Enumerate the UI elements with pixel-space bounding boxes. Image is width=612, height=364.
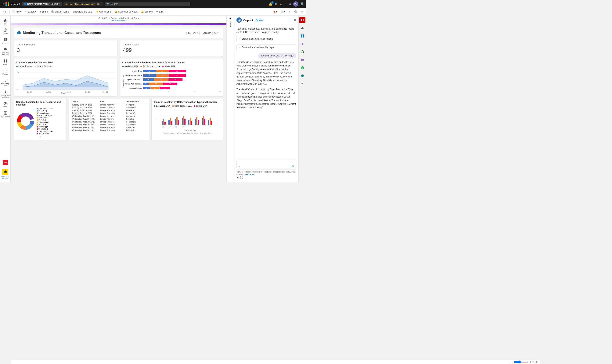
copilot-logo [237, 17, 242, 23]
share-btn[interactable]: ↑ Share [38, 10, 49, 14]
right-icon-teams[interactable] [299, 49, 306, 55]
role-select[interactable]: All ▾ [192, 31, 200, 35]
svg-rect-76 [184, 119, 186, 125]
explore-data-btn[interactable]: ⊞ Explore this data [71, 10, 94, 14]
right-icon-blue[interactable] [299, 33, 306, 39]
report-area: Copilot Pane Summary Skill feedback Form… [11, 15, 226, 182]
download-icon[interactable]: ⬇ [280, 2, 282, 6]
insights-icon: 💡 [96, 10, 99, 13]
avatar[interactable]: PB [293, 1, 298, 7]
right-icon-outlook[interactable] [299, 57, 306, 63]
filter-group: Role All ▾ Location All ▾ [186, 31, 220, 35]
svg-rect-3 [8, 4, 9, 6]
suggestion-2-icon: ≡ [239, 46, 240, 49]
sidebar-item-create[interactable]: Create [0, 27, 10, 36]
svg-point-101 [302, 27, 303, 28]
notification-icon[interactable]: 🔔 1 [269, 2, 272, 6]
copilot-suggestion-1[interactable]: ≡ Create a bulleted list of insights [237, 36, 296, 42]
help-icon[interactable]: ? [284, 2, 286, 6]
copilot-suggestion-2[interactable]: ≡ Summarize visuals on this page [237, 44, 296, 51]
right-icon-purple[interactable] [299, 41, 306, 47]
sanfrancisco-dot [140, 66, 142, 67]
sidebar-item-home[interactable]: Home [0, 17, 10, 26]
table-row: Tuesday, June 29, 2021Invoice ProcessorC… [71, 106, 147, 109]
sidebar-item-deployment[interactable]: Deployment pipelines [0, 89, 10, 100]
sidebar-item-apps[interactable]: Apps [0, 58, 10, 67]
refresh-btn[interactable]: ↻ [287, 10, 292, 14]
top-icons: 🔔 1 ⚙ ⬇ ? ⊕ PB 🔍 [269, 1, 305, 7]
sidebar-item-learn[interactable]: Learn [0, 100, 10, 109]
subscribe-btn[interactable]: 🔔 Subscribe to report [113, 10, 139, 14]
sidebar-item-demo[interactable]: Demo for Hotel Visi... [0, 168, 10, 181]
svg-text:I.E.: I.E. [175, 126, 177, 128]
copilot-input-area[interactable]: ✦ ➤ [237, 160, 296, 169]
copy-icon[interactable]: ⊞ [237, 176, 239, 179]
right-icon-plus[interactable]: + [299, 81, 306, 87]
sidebar-item-ai2[interactable]: AI2 [0, 158, 10, 167]
location-filter: Location All ▾ [202, 31, 220, 35]
svg-rect-13 [4, 40, 5, 41]
search-box[interactable]: 🔍 Search [105, 2, 190, 6]
banner-link[interactable]: forms.office.com [111, 19, 126, 22]
comment-btn[interactable]: 💬 [293, 10, 299, 14]
sidebar-item-browse[interactable]: Browse [0, 36, 10, 46]
copilot-close-btn[interactable]: ✕ [294, 18, 296, 22]
sparkle-icon: ✦ [238, 165, 240, 168]
legend-processor: Invoice Processor [35, 65, 52, 67]
collapse-btn[interactable]: ❮❮ [1, 10, 8, 14]
right-icon-teal[interactable] [299, 73, 306, 79]
sidebar-item-metrics[interactable]: Metrics [0, 67, 10, 77]
more-btn[interactable]: ··· [165, 10, 170, 14]
sidebar-item-onelake[interactable]: OneLake data hub [0, 46, 10, 57]
star-btn[interactable]: ☆ [299, 10, 305, 14]
summarize-visuals-btn[interactable]: Summarize visuals on this page [258, 53, 296, 59]
count-location-card: Count of Location 3 [14, 40, 118, 56]
filters-panel[interactable]: ◀ Filters [226, 15, 234, 182]
edit-icon: ✏ [156, 10, 158, 13]
svg-rect-37 [20, 32, 21, 34]
col-role[interactable]: Role [99, 100, 125, 104]
set-alert-btn[interactable]: 🔔 Set alert [139, 10, 155, 14]
report-title: Monitoring Transactions, Cases, and Reso… [23, 31, 186, 35]
right-icon-person[interactable] [299, 25, 306, 31]
view-btn[interactable]: ⬜▾ [279, 10, 286, 14]
share-icon[interactable]: ⊕ [288, 2, 291, 6]
search-top-icon[interactable]: 🔍 [301, 2, 305, 6]
read-terms-link[interactable]: Read terms [244, 173, 254, 176]
grouped-bar-dates: Tuesday, Jun... Wednesday, June 30, 2021… [154, 132, 221, 134]
bookmark-btn[interactable]: 🔖▾ [271, 10, 279, 14]
sidebar-item-monitoring[interactable]: Monitoring hub [0, 77, 10, 88]
file-btn[interactable]: 📄 File ▾ [11, 10, 23, 14]
confidential-tab[interactable]: 🔒 Highly Confidential\Microsoft FTE ▾ [64, 2, 104, 6]
svg-rect-70 [171, 121, 172, 125]
subscribe-icon: 🔔 [115, 10, 118, 13]
svg-text:C.G.: C.G. [162, 126, 164, 128]
search-placeholder: Search [111, 3, 118, 5]
edit-btn[interactable]: ✏ Edit [155, 10, 164, 14]
settings-icon[interactable]: ⚙ [275, 2, 277, 6]
col-date[interactable]: Date ▲ [71, 100, 99, 104]
waffle-icon[interactable]: ⊞ [1, 2, 4, 6]
svg-rect-14 [5, 40, 7, 41]
chat-teams-btn[interactable]: 💬 Chat in Teams [50, 10, 71, 14]
col-tx[interactable]: Transaction ⊕ [125, 100, 147, 104]
send-btn[interactable]: ➤ [292, 164, 294, 168]
export-icon: ↔ [25, 10, 27, 13]
charts-row: Count of CaseId by Date and Role Invoice… [14, 59, 223, 96]
export-btn[interactable]: ↔ Export ▾ [23, 10, 38, 14]
svg-text:R.W.: R.W. [182, 126, 184, 128]
location-select[interactable]: All ▾ [213, 31, 220, 35]
right-icon-spotify[interactable] [299, 65, 306, 71]
donut-legend-6: 38 (7.6...) [37, 119, 53, 121]
report-tab[interactable]: Demo for Hotel Visits - Cdemo × [22, 2, 62, 6]
svg-rect-11 [4, 38, 5, 39]
right-icon-red[interactable] [299, 17, 306, 23]
table-row: Wednesday, June 30, 2021Invoice Approver… [71, 117, 147, 120]
svg-rect-71 [175, 119, 176, 125]
suggestion-2-text: Summarize visuals on this page [241, 46, 274, 49]
donut-card: Count of Location by Role, Resource and … [14, 98, 67, 141]
get-insights-btn[interactable]: 💡 Get insights [94, 10, 113, 14]
expand-icon[interactable]: ⛶ [240, 176, 243, 179]
sidebar-item-workspaces[interactable]: Workspaces [0, 110, 10, 119]
donut-scroll[interactable]: ▼ [16, 136, 64, 138]
